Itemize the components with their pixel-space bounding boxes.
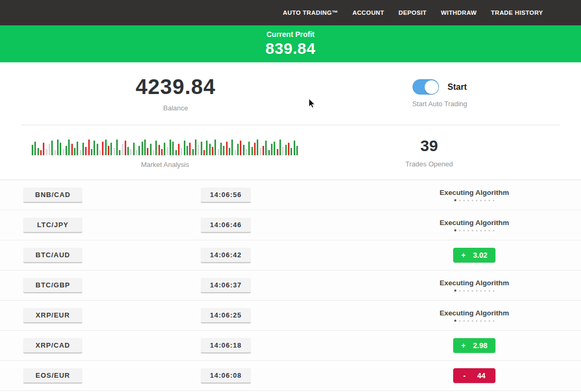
status-executing: Executing Algorithm [416, 309, 532, 322]
profit-sign: + [461, 251, 465, 259]
loss-value: 44 [477, 371, 486, 380]
trade-row: BTC/AUD 14:06:42 + 3.02 [0, 240, 581, 270]
trades-list: BNB/CAD 14:06:56 Executing Algorithm LTC… [0, 180, 581, 391]
loss-sign: - [463, 371, 466, 380]
top-nav: AUTO TRADING™ ACCOUNT DEPOSIT WITHDRAW T… [0, 0, 581, 25]
trade-row: EOS/EUR 14:06:08 - 44 [0, 361, 581, 391]
executing-label: Executing Algorithm [416, 279, 532, 287]
status-executing: Executing Algorithm [416, 279, 532, 292]
trades-opened-value: 39 [420, 137, 438, 155]
time-badge: 14:06:46 [201, 218, 251, 233]
trade-row: BTC/GBP 14:06:37 Executing Algorithm [0, 270, 581, 301]
market-analysis-chart [32, 136, 298, 155]
time-badge: 14:06:37 [201, 278, 251, 293]
current-profit-value: 839.84 [0, 40, 581, 58]
status-result: + 3.02 [416, 248, 532, 263]
pair-badge: EOS/EUR [23, 368, 82, 384]
toggle-label: Start [447, 82, 466, 92]
pair-badge: XRP/CAD [23, 338, 82, 353]
executing-label: Executing Algorithm [416, 309, 532, 317]
loss-badge: - 44 [453, 368, 495, 383]
trade-row: XRP/CAD 14:06:18 + 2.98 [0, 331, 581, 361]
balance-label: Balance [163, 104, 188, 112]
current-profit-banner: Current Profit 839.84 [0, 25, 581, 62]
profit-badge: + 3.02 [453, 248, 495, 263]
toggle-knob[interactable] [425, 80, 438, 94]
auto-trading-toggle[interactable] [413, 79, 439, 95]
time-badge: 14:06:56 [201, 188, 251, 203]
progress-dots [416, 230, 532, 232]
status-executing: Executing Algorithm [416, 219, 532, 232]
time-badge: 14:06:42 [201, 248, 251, 263]
status-result: + 2.98 [416, 338, 532, 353]
trade-row: BNB/CAD 14:06:56 Executing Algorithm [0, 180, 581, 210]
profit-value: 2.98 [473, 341, 487, 350]
market-trades-row: Market Analysis 39 Trades Opened [21, 125, 560, 180]
nav-item-trade-history[interactable]: TRADE HISTORY [491, 10, 543, 16]
profit-sign: + [461, 341, 465, 350]
profit-badge: + 2.98 [453, 338, 495, 353]
trades-opened-label: Trades Opened [406, 160, 453, 168]
pair-badge: XRP/EUR [23, 308, 82, 323]
nav-item-auto-trading[interactable]: AUTO TRADING™ [283, 10, 339, 16]
profit-value: 3.02 [473, 251, 487, 259]
executing-label: Executing Algorithm [416, 219, 532, 227]
balance-toggle-row: 4239.84 Balance Start Start Auto Trading [0, 62, 581, 125]
toggle-sublabel: Start Auto Trading [412, 100, 467, 108]
balance-value: 4239.84 [136, 75, 216, 99]
nav-item-withdraw[interactable]: WITHDRAW [441, 10, 477, 16]
trade-row: XRP/EUR 14:06:25 Executing Algorithm [0, 301, 581, 331]
market-analysis-label: Market Analysis [141, 161, 189, 169]
trade-row: LTC/JPY 14:06:46 Executing Algorithm [0, 210, 581, 240]
status-result: - 44 [416, 368, 532, 383]
time-badge: 14:06:25 [201, 308, 251, 323]
time-badge: 14:06:18 [201, 338, 251, 353]
progress-dots [416, 320, 532, 322]
nav-item-deposit[interactable]: DEPOSIT [399, 10, 427, 16]
pair-badge: BTC/GBP [23, 278, 82, 293]
nav-item-account[interactable]: ACCOUNT [352, 10, 384, 16]
executing-label: Executing Algorithm [416, 189, 532, 197]
pair-badge: LTC/JPY [23, 218, 82, 233]
pair-badge: BTC/AUD [23, 248, 82, 263]
status-executing: Executing Algorithm [416, 189, 532, 202]
pair-badge: BNB/CAD [23, 188, 82, 203]
time-badge: 14:06:08 [201, 368, 251, 384]
progress-dots [416, 290, 532, 292]
current-profit-label: Current Profit [0, 30, 581, 39]
progress-dots [416, 200, 532, 202]
